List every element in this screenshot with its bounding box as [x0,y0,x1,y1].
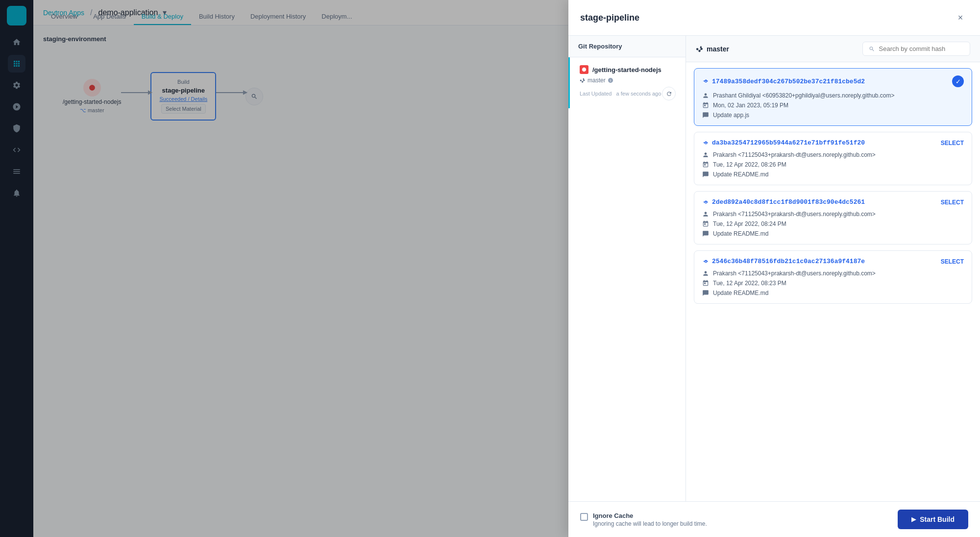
commit-author-text-3: Prakarsh <71125043+prakarsh-dt@users.nor… [713,270,876,277]
commit-author-text-0: Prashant Ghildiyal <60953820+pghildiyal@… [713,92,895,99]
search-input[interactable] [879,45,964,52]
start-build-label: Start Build [920,515,955,523]
commit-date-text-1: Tue, 12 Apr 2022, 08:26 PM [713,161,786,168]
commit-message-2: Update README.md [702,230,964,237]
refresh-button[interactable] [662,87,676,100]
date-icon-2 [702,220,709,227]
commit-message-text-1: Update README.md [713,171,768,178]
repo-branch: master [580,77,676,84]
select-button-2[interactable]: SELECT [941,199,964,206]
modal-title: stage-pipeline [580,13,639,23]
commit-message-3: Update README.md [702,290,964,296]
branch-label: master [696,45,729,53]
git-repository-header: Git Repository [568,36,686,57]
author-icon-1 [702,151,709,158]
branch-name: master [707,45,729,53]
search-box[interactable] [862,42,970,56]
commit-hash-row-3: 2546c36b48f78516fdb21c1c0ac27136a9f4187e… [702,258,964,265]
git-commit-icon-3 [702,258,709,265]
repo-updated: Last Updated a few seconds ago [580,87,676,100]
repo-icon [580,65,588,74]
commit-author-1: Prakarsh <71125043+prakarsh-dt@users.nor… [702,151,964,158]
repo-last-updated-time: a few seconds ago [616,91,662,97]
commit-date-text-2: Tue, 12 Apr 2022, 08:24 PM [713,220,786,227]
repo-item[interactable]: /getting-started-nodejs master Last Upda… [568,57,686,108]
commit-meta-1: Prakarsh <71125043+prakarsh-dt@users.nor… [702,151,964,178]
commit-author-text-2: Prakarsh <71125043+prakarsh-dt@users.nor… [713,211,876,218]
ignore-cache-title: Ignore Cache [593,512,707,519]
git-commit-icon-0 [702,78,709,85]
commit-hash-0: 17489a358dedf304c267b502be37c21f81cbe5d2 [702,78,865,85]
message-icon-2 [702,230,709,237]
right-panel: master 17489a358dedf304c267b502be37c21f8… [686,36,980,501]
commit-message-1: Update README.md [702,171,964,178]
commit-card-2[interactable]: 2ded892a40c8d8f1cc1f8d9001f83c90e4dc5261… [694,191,972,244]
commits-list: 17489a358dedf304c267b502be37c21f81cbe5d2… [686,62,980,501]
commit-message-text-0: Update app.js [713,112,749,119]
commit-card-0[interactable]: 17489a358dedf304c267b502be37c21f81cbe5d2… [694,68,972,126]
author-icon-0 [702,92,709,99]
commit-meta-3: Prakarsh <71125043+prakarsh-dt@users.nor… [702,270,964,296]
modal-close-button[interactable]: × [953,10,968,25]
message-icon-0 [702,112,709,119]
commit-hash-1: da3ba3254712965b5944a6271e71bff91fe51f20 [702,139,865,146]
repo-name: /getting-started-nodejs [592,66,662,73]
commit-date-2: Tue, 12 Apr 2022, 08:24 PM [702,220,964,227]
ignore-cache-text: Ignore Cache Ignoring cache will lead to… [593,512,707,527]
date-icon-1 [702,161,709,168]
commit-author-2: Prakarsh <71125043+prakarsh-dt@users.nor… [702,211,964,218]
commit-hash-row-1: da3ba3254712965b5944a6271e71bff91fe51f20… [702,139,964,146]
commit-date-text-3: Tue, 12 Apr 2022, 08:23 PM [713,280,786,287]
author-icon-3 [702,270,709,277]
commit-hash-row-2: 2ded892a40c8d8f1cc1f8d9001f83c90e4dc5261… [702,198,964,206]
start-build-button[interactable]: ▶ Start Build [898,510,968,529]
commit-card-3[interactable]: 2546c36b48f78516fdb21c1c0ac27136a9f4187e… [694,250,972,304]
modal-body: Git Repository /getting-started-nodejs m… [568,36,980,501]
repo-item-name: /getting-started-nodejs [580,65,676,74]
commit-author-text-1: Prakarsh <71125043+prakarsh-dt@users.nor… [713,151,876,158]
commit-date-text-0: Mon, 02 Jan 2023, 05:19 PM [713,102,788,109]
modal-footer: Ignore Cache Ignoring cache will lead to… [568,501,980,537]
git-commit-icon-1 [702,140,709,146]
commit-meta-2: Prakarsh <71125043+prakarsh-dt@users.nor… [702,211,964,237]
commit-author-0: Prashant Ghildiyal <60953820+pghildiyal@… [702,92,964,99]
commit-hash-row-0: 17489a358dedf304c267b502be37c21f81cbe5d2… [702,75,964,87]
commit-card-1[interactable]: da3ba3254712965b5944a6271e71bff91fe51f20… [694,132,972,185]
commit-hash-2: 2ded892a40c8d8f1cc1f8d9001f83c90e4dc5261 [702,198,865,206]
commit-author-3: Prakarsh <71125043+prakarsh-dt@users.nor… [702,270,964,277]
author-icon-2 [702,211,709,218]
right-panel-header: master [686,36,980,62]
search-icon [869,46,875,52]
repo-last-updated-label: Last Updated [580,91,612,97]
date-icon-0 [702,102,709,109]
commit-message-text-3: Update README.md [713,290,768,296]
modal-header: stage-pipeline × [568,0,980,36]
repo-branch-name: master [588,77,606,84]
modal-drawer: stage-pipeline × Git Repository /getting… [568,0,980,537]
commit-date-1: Tue, 12 Apr 2022, 08:26 PM [702,161,964,168]
commit-hash-3: 2546c36b48f78516fdb21c1c0ac27136a9f4187e [702,258,865,265]
ignore-cache-subtitle: Ignoring cache will lead to longer build… [593,520,707,527]
message-icon-3 [702,290,709,296]
select-button-3[interactable]: SELECT [941,258,964,265]
date-icon-3 [702,280,709,287]
commit-meta-0: Prashant Ghildiyal <60953820+pghildiyal@… [702,92,964,119]
commit-date-3: Tue, 12 Apr 2022, 08:23 PM [702,280,964,287]
play-icon: ▶ [911,516,916,523]
git-commit-icon-2 [702,199,709,206]
commit-date-0: Mon, 02 Jan 2023, 05:19 PM [702,102,964,109]
left-panel: Git Repository /getting-started-nodejs m… [568,36,686,501]
select-button-1[interactable]: SELECT [941,140,964,146]
selected-check-0: ✓ [952,75,964,87]
ignore-cache-checkbox[interactable] [580,513,588,521]
commit-message-text-2: Update README.md [713,230,768,237]
message-icon-1 [702,171,709,178]
ignore-cache-section: Ignore Cache Ignoring cache will lead to… [580,512,707,527]
commit-message-0: Update app.js [702,112,964,119]
